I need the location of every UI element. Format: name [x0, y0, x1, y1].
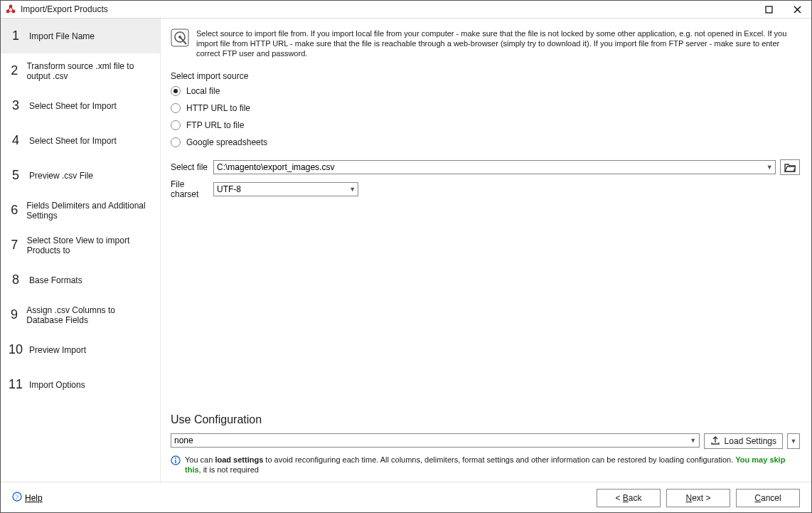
help-link[interactable]: ? Help [12, 492, 43, 504]
load-settings-button[interactable]: Load Settings [704, 433, 783, 449]
radio-google-spreadsheets[interactable]: Google spreadsheets [171, 135, 800, 149]
step-number: 7 [8, 238, 21, 253]
file-label: Select file [171, 162, 213, 172]
step-label: Base Formats [29, 275, 82, 285]
source-radio-group: Local file HTTP URL to file FTP URL to f… [171, 84, 800, 149]
step-label: Select Sheet for Import [29, 136, 117, 146]
radio-local-file[interactable]: Local file [171, 84, 800, 98]
radio-http-url[interactable]: HTTP URL to file [171, 101, 800, 115]
radio-indicator [171, 137, 181, 147]
step-label: Import File Name [29, 31, 95, 41]
charset-input[interactable] [214, 183, 347, 196]
step-label: Select Store View to import Products to [27, 236, 153, 255]
disk-icon [171, 28, 189, 58]
load-settings-dropdown[interactable]: ▼ [787, 433, 800, 449]
charset-combo[interactable]: ▼ [213, 182, 358, 196]
radio-ftp-url[interactable]: FTP URL to file [171, 118, 800, 132]
app-icon [5, 4, 16, 15]
wizard-step-8[interactable]: 8 Base Formats [1, 263, 160, 297]
chevron-down-icon[interactable]: ▼ [688, 437, 699, 444]
source-label: Select import source [171, 71, 800, 81]
wizard-step-11[interactable]: 11 Import Options [1, 367, 160, 402]
title-bar: Import/Export Products [1, 1, 811, 18]
load-settings-label: Load Settings [725, 436, 776, 446]
chevron-down-icon[interactable]: ▼ [347, 186, 358, 193]
hint-text: You can [185, 455, 215, 464]
cancel-button[interactable]: Cancel [736, 489, 800, 507]
step-number: 4 [8, 133, 23, 148]
upload-icon [710, 435, 720, 448]
file-path-combo[interactable]: ▼ [213, 160, 776, 174]
hint-text: , it is not required [199, 465, 259, 474]
configuration-input[interactable] [171, 434, 688, 447]
step-number: 5 [8, 168, 23, 183]
help-label: Help [25, 493, 43, 503]
info-icon [171, 455, 181, 475]
radio-indicator [171, 103, 181, 113]
step-number: 11 [8, 377, 23, 392]
step-label: Transform source .xml file to output .cs… [26, 61, 153, 81]
browse-button[interactable] [780, 159, 800, 175]
step-number: 8 [8, 273, 23, 287]
step-number: 6 [8, 203, 21, 218]
configuration-hint: You can load settings to avoid reconfigu… [171, 455, 800, 475]
close-button[interactable] [783, 1, 811, 18]
step-label: Fields Delimiters and Additional Setting… [26, 201, 153, 221]
radio-label: FTP URL to file [186, 120, 244, 130]
svg-point-8 [175, 458, 176, 459]
wizard-step-2[interactable]: 2 Transform source .xml file to output .… [1, 53, 160, 88]
step-label: Preview .csv File [29, 171, 93, 181]
wizard-step-6[interactable]: 6 Fields Delimiters and Additional Setti… [1, 193, 160, 228]
radio-indicator [171, 120, 181, 130]
step-label: Select Sheet for Import [29, 101, 117, 111]
use-configuration-title: Use Configuration [171, 413, 800, 426]
radio-indicator [171, 86, 181, 96]
svg-rect-3 [766, 6, 772, 13]
step-label: Preview Import [29, 345, 86, 355]
step-number: 3 [8, 98, 23, 113]
wizard-step-7[interactable]: 7 Select Store View to import Products t… [1, 228, 160, 263]
charset-label: File charset [171, 179, 213, 199]
step-number: 9 [8, 307, 21, 322]
wizard-sidebar: 1 Import File Name 2 Transform source .x… [1, 18, 161, 482]
radio-label: Google spreadsheets [186, 137, 267, 147]
back-button[interactable]: < Back [597, 489, 661, 507]
radio-label: Local file [186, 86, 220, 96]
wizard-step-9[interactable]: 9 Assign .csv Columns to Database Fields [1, 297, 160, 332]
info-text: Select source to import file from. If yo… [196, 28, 800, 58]
configuration-combo[interactable]: ▼ [171, 433, 700, 448]
window-title: Import/Export Products [21, 4, 108, 14]
file-path-input[interactable] [214, 161, 764, 174]
help-icon: ? [12, 492, 22, 504]
wizard-step-4[interactable]: 4 Select Sheet for Import [1, 123, 160, 158]
bottom-bar: ? Help < Back Next > Cancel [1, 482, 811, 513]
step-number: 1 [8, 28, 23, 43]
svg-text:?: ? [16, 494, 18, 501]
step-label: Import Options [29, 380, 85, 390]
chevron-down-icon[interactable]: ▼ [764, 164, 775, 171]
hint-text: to avoid reconfiguring each time. All co… [263, 455, 735, 464]
wizard-step-3[interactable]: 3 Select Sheet for Import [1, 88, 160, 123]
wizard-step-10[interactable]: 10 Preview Import [1, 332, 160, 367]
wizard-step-5[interactable]: 5 Preview .csv File [1, 158, 160, 193]
step-number: 2 [8, 63, 21, 78]
hint-bold: load settings [215, 455, 263, 464]
svg-rect-9 [175, 460, 176, 463]
step-label: Assign .csv Columns to Database Fields [26, 305, 153, 325]
radio-label: HTTP URL to file [186, 103, 250, 113]
maximize-button[interactable] [754, 1, 783, 18]
next-button[interactable]: Next > [666, 489, 730, 507]
step-number: 10 [8, 342, 23, 357]
wizard-step-1[interactable]: 1 Import File Name [1, 18, 160, 53]
